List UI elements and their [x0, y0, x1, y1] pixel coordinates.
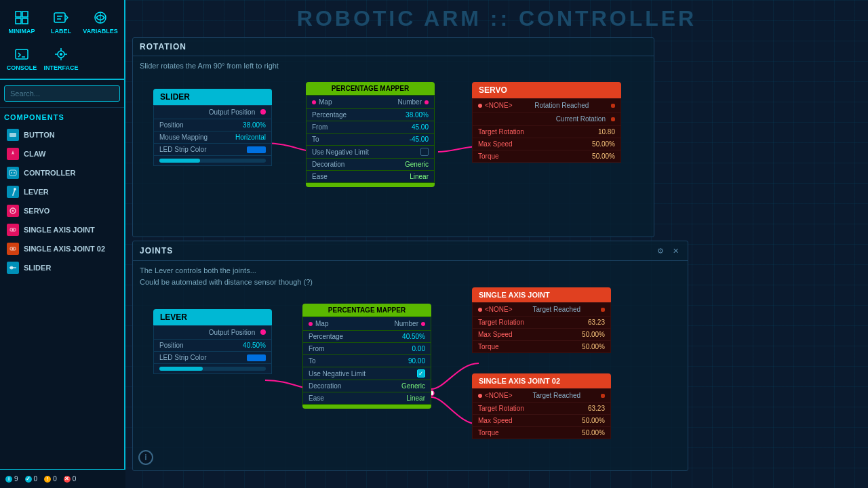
svg-point-12: [60, 53, 62, 56]
component-item-button[interactable]: BUTTON: [4, 125, 120, 144]
joints-gear-btn[interactable]: ⚙: [655, 245, 666, 256]
lever-track[interactable]: [159, 367, 266, 371]
status-error: ✕ 0: [64, 475, 77, 483]
slider-output-row: Output Position: [153, 105, 272, 119]
rotation-mapper-io-row: Map Number: [306, 95, 435, 109]
servo-node: SERVO <NONE> Rotation Reached Current Ro…: [472, 82, 621, 163]
console-icon: [14, 46, 30, 62]
neg-limit-check-joints: ✓: [417, 369, 425, 378]
joint1-node: SINGLE AXIS JOINT <NONE> Target Reached …: [472, 287, 611, 353]
minimap-icon: [14, 9, 30, 26]
joints-mapper-node: PERCENTAGE MAPPER Map Number Percentage …: [302, 304, 431, 409]
search-area: [0, 80, 124, 108]
main-title: ROBOTIC ARM :: CONTROLLER: [297, 6, 696, 31]
slider-position-row: Position 38.00%: [153, 119, 272, 131]
led-color-swatch: [247, 146, 266, 153]
component-item-slider[interactable]: SLIDER: [4, 258, 120, 277]
svg-point-28: [12, 248, 14, 250]
status-info: i 9: [5, 475, 18, 483]
sidebar-item-minimap[interactable]: MINIMAP: [3, 4, 41, 39]
svg-point-24: [12, 210, 14, 212]
search-input[interactable]: [4, 85, 120, 102]
svg-rect-4: [54, 13, 65, 22]
joint2-node: SINGLE AXIS JOINT 02 <NONE> Target Reach…: [472, 373, 611, 439]
main-area: ROBOTIC ARM :: CONTROLLER ROTATION Slide…: [125, 0, 868, 488]
controller-icon: [7, 167, 19, 179]
single-axis-joint-icon: [7, 224, 19, 236]
info-dot: i: [5, 476, 12, 483]
servo-node-header: SERVO: [472, 82, 621, 98]
rotation-panel-title: ROTATION: [140, 42, 186, 52]
lever-node: LEVER Output Position Position 40.50% LE…: [153, 309, 272, 374]
component-item-lever[interactable]: LEVER: [4, 182, 120, 201]
sidebar-item-interface[interactable]: INTERFACE: [42, 41, 80, 76]
statusbar: i 9 ✓ 0 ! 0 ✕ 0: [0, 469, 125, 488]
rotation-panel: ROTATION Slider rotates the Arm 90° from…: [132, 37, 654, 237]
components-section: COMPONENTS BUTTON CLAW CONTROLLER: [0, 108, 124, 280]
lever-node-header: LEVER: [153, 309, 272, 325]
svg-rect-0: [16, 12, 21, 17]
slider-track[interactable]: [159, 159, 266, 163]
lever-output-row: Output Position: [153, 325, 272, 340]
ok-dot: ✓: [25, 476, 32, 483]
slider-node: SLIDER Output Position Position 38.00% M…: [153, 89, 272, 166]
info-button[interactable]: i: [138, 450, 153, 465]
servo-icon: [7, 205, 19, 217]
component-item-controller[interactable]: CONTROLLER: [4, 163, 120, 182]
slider-output-port: [260, 109, 266, 115]
components-title: COMPONENTS: [4, 113, 120, 121]
component-item-single-axis-joint[interactable]: SINGLE AXIS JOINT: [4, 220, 120, 239]
svg-rect-2: [16, 18, 21, 24]
rotation-panel-desc: Slider rotates the Arm 90° from left to …: [133, 56, 654, 76]
component-item-single-axis-joint-02[interactable]: SINGLE AXIS JOINT 02: [4, 239, 120, 258]
slider-icon: [7, 262, 19, 274]
sidebar-item-label[interactable]: LABEL: [42, 4, 80, 39]
rotation-mapper-header: PERCENTAGE MAPPER: [306, 82, 435, 95]
lever-icon: [7, 186, 19, 198]
slider-mousemapping-row: Mouse Mapping Horizontal: [153, 131, 272, 144]
variables-icon: [92, 9, 108, 26]
error-dot: ✕: [64, 476, 71, 483]
component-item-claw[interactable]: CLAW: [4, 144, 120, 163]
joints-close-btn[interactable]: ✕: [670, 245, 681, 256]
svg-rect-3: [22, 18, 28, 24]
claw-icon: [7, 148, 19, 160]
slider-node-header: SLIDER: [153, 89, 272, 105]
single-axis-joint-02-icon: [7, 243, 19, 255]
svg-rect-1: [22, 12, 28, 17]
slider-ledcolor-row: LED Strip Color: [153, 144, 272, 156]
joints-panel-header: JOINTS ⚙ ✕: [133, 241, 688, 261]
status-ok: ✓ 0: [25, 475, 38, 483]
label-icon: [53, 9, 69, 26]
svg-point-22: [14, 188, 16, 190]
status-warn: ! 0: [44, 475, 57, 483]
servo-current-rotation-row: Current Rotation: [472, 113, 621, 126]
rotation-mapper-node: PERCENTAGE MAPPER Map Number Percentage …: [306, 82, 435, 187]
component-item-servo[interactable]: SERVO: [4, 201, 120, 220]
header: ROBOTIC ARM :: CONTROLLER: [125, 0, 868, 37]
svg-point-30: [10, 266, 14, 270]
joints-panel-title: JOINTS: [140, 246, 173, 256]
neg-limit-check: [420, 148, 429, 156]
svg-rect-9: [16, 49, 28, 59]
servo-none-row: <NONE> Rotation Reached: [472, 98, 621, 113]
svg-point-20: [14, 172, 15, 174]
rotation-panel-header: ROTATION: [133, 38, 654, 56]
top-icons: MINIMAP LABEL VAR: [0, 0, 124, 80]
lever-output-port: [260, 329, 266, 335]
sidebar-item-console[interactable]: CONSOLE: [3, 41, 41, 76]
joints-panel-controls: ⚙ ✕: [655, 245, 681, 256]
joints-panel: JOINTS ⚙ ✕ The Lever controls both the j…: [132, 241, 688, 471]
interface-icon: [53, 46, 69, 62]
sidebar: MINIMAP LABEL VAR: [0, 0, 125, 488]
svg-rect-17: [9, 133, 16, 137]
button-icon: [7, 129, 19, 141]
warn-dot: !: [44, 476, 51, 483]
svg-rect-18: [9, 170, 16, 176]
svg-point-19: [11, 172, 12, 174]
sidebar-item-variables[interactable]: VARIABLES: [81, 4, 119, 39]
slider-fill: [159, 159, 200, 163]
svg-point-26: [12, 229, 14, 231]
